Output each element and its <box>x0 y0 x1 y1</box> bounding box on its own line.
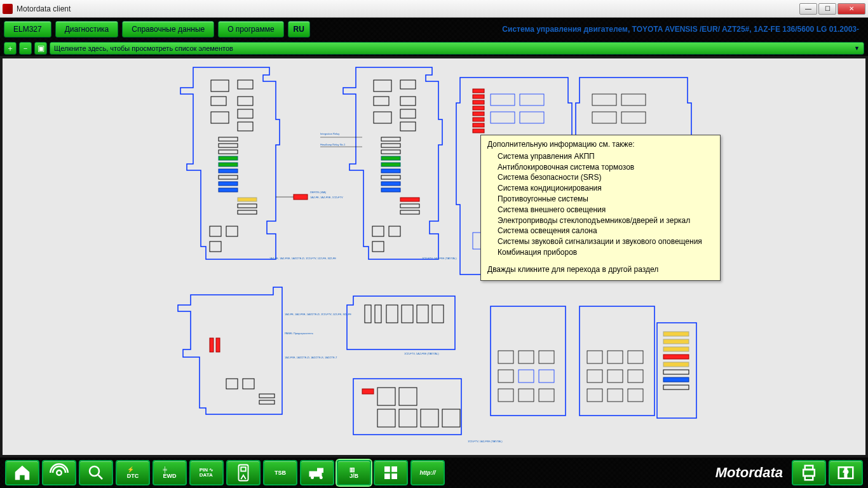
svg-rect-85 <box>243 379 254 389</box>
svg-rect-23 <box>294 194 308 200</box>
svg-rect-60 <box>473 123 484 127</box>
svg-rect-15 <box>219 188 238 192</box>
element-list-dropdown[interactable]: Щелкните здесь, чтобы просмотреть список… <box>50 42 864 55</box>
svg-point-133 <box>90 466 99 476</box>
svg-rect-129 <box>663 370 689 374</box>
svg-rect-65 <box>520 112 544 123</box>
svg-rect-16 <box>238 198 257 201</box>
svg-rect-73 <box>621 94 646 105</box>
about-button[interactable]: О программе <box>218 21 283 37</box>
svg-rect-0 <box>211 80 229 92</box>
svg-rect-17 <box>238 204 257 208</box>
maximize-button[interactable]: ☐ <box>818 3 836 15</box>
zoom-out-icon[interactable]: － <box>19 42 32 55</box>
svg-rect-119 <box>607 370 623 383</box>
svg-rect-10 <box>219 156 238 160</box>
svg-rect-38 <box>381 163 400 166</box>
svg-rect-28 <box>400 80 416 89</box>
svg-text:1AZ-FE, 1AZ-FSE, 1AZ/2ТЕ-D, 1C: 1AZ-FE, 1AZ-FSE, 1AZ/2ТЕ-D, 1CD-FTV, 1ZZ… <box>285 313 351 316</box>
svg-rect-13 <box>219 175 238 179</box>
tooltip-item[interactable]: Система внешнего освещения <box>498 205 714 215</box>
tooltip-item[interactable]: Система освещения салона <box>498 226 714 236</box>
fit-icon[interactable]: ▣ <box>34 42 47 55</box>
dtc-button[interactable]: ⚡DTC <box>116 460 150 485</box>
pindata-button[interactable]: PIN ∿DATA <box>189 460 224 485</box>
tooltip-item[interactable]: Система управления АКПП <box>498 151 714 162</box>
print-button[interactable] <box>792 460 826 485</box>
elm-button[interactable]: ELM327 <box>4 21 51 37</box>
tooltip-item[interactable]: Системы звуковой сигнализации и звуковог… <box>498 236 714 247</box>
ewd-button[interactable]: ╪EWD <box>153 460 187 485</box>
svg-rect-61 <box>473 129 484 133</box>
meter-button[interactable] <box>226 460 261 485</box>
svg-rect-44 <box>400 204 419 208</box>
svg-point-139 <box>320 476 323 479</box>
svg-rect-108 <box>539 351 554 363</box>
svg-rect-56 <box>473 100 484 104</box>
svg-rect-64 <box>491 112 515 123</box>
svg-rect-146 <box>805 476 813 480</box>
tooltip-item[interactable]: Комбинация приборов <box>498 247 714 258</box>
tooltip-item[interactable]: Система безопасности (SRS) <box>498 172 714 183</box>
jb-button[interactable]: ▥J/B <box>337 460 371 485</box>
svg-rect-39 <box>381 169 400 173</box>
svg-rect-94 <box>402 305 413 323</box>
svg-rect-9 <box>219 150 238 154</box>
help-button[interactable]: ? <box>829 460 863 485</box>
svg-rect-27 <box>374 80 391 92</box>
close-button[interactable]: ✕ <box>837 3 865 15</box>
svg-rect-58 <box>473 112 484 116</box>
context-text: Система управления двигателем, TOYOTA AV… <box>502 25 864 34</box>
svg-rect-135 <box>241 467 246 471</box>
http-button[interactable]: http:// <box>410 460 445 485</box>
svg-rect-125 <box>663 339 689 344</box>
diagnostics-button[interactable]: Диагностика <box>55 21 119 37</box>
svg-rect-142 <box>384 473 390 479</box>
diagram-canvas[interactable]: 1AZ-FE, 1AZ-FSE, 1AZ/2ТЕ-D, 1CD-FTV, 1ZZ… <box>0 56 868 458</box>
svg-rect-91 <box>365 305 371 323</box>
svg-rect-31 <box>400 109 416 118</box>
language-button[interactable]: RU <box>288 21 310 37</box>
svg-point-138 <box>311 476 314 479</box>
svg-text:Headlamp Relay No.1: Headlamp Relay No.1 <box>320 143 346 146</box>
signal-button[interactable] <box>42 460 76 485</box>
tooltip-item[interactable]: Противоугонные системы <box>498 194 714 205</box>
sub-toolbar: ＋ － ▣ Щелкните здесь, чтобы просмотреть … <box>0 41 868 56</box>
svg-rect-11 <box>219 163 238 166</box>
window-title: Motordata client <box>17 4 799 13</box>
svg-text:?: ? <box>843 469 848 478</box>
tooltip-item[interactable]: Система кондиционирования <box>498 183 714 194</box>
svg-rect-127 <box>663 355 689 359</box>
svg-rect-1 <box>238 80 253 89</box>
svg-rect-46 <box>372 226 384 236</box>
home-button[interactable] <box>5 460 39 485</box>
tsb-button[interactable]: TSB <box>263 460 297 485</box>
tooltip-item[interactable]: Антиблокировочная система тормозов <box>498 162 714 173</box>
svg-rect-48 <box>372 241 384 252</box>
svg-text:1CD-FTV, 1AZ-FSE (ПАТ/ГАL): 1CD-FTV, 1AZ-FSE (ПАТ/ГАL) <box>404 352 439 355</box>
app-icon <box>3 4 13 14</box>
tooltip-item[interactable]: Электроприводы стеклоподъемников/дверей … <box>498 215 714 226</box>
vehicle-button[interactable] <box>300 460 334 485</box>
svg-rect-4 <box>238 109 253 118</box>
svg-rect-98 <box>362 389 374 394</box>
svg-rect-143 <box>391 473 397 479</box>
svg-rect-37 <box>381 156 400 160</box>
svg-rect-124 <box>663 332 689 336</box>
svg-rect-47 <box>389 226 400 236</box>
reference-button[interactable]: Справочные данные <box>122 21 214 37</box>
info-tooltip[interactable]: Дополнительную информацию см. также: Сис… <box>480 135 721 281</box>
minimize-button[interactable]: — <box>799 3 817 15</box>
dropdown-hint: Щелкните здесь, чтобы просмотреть список… <box>54 44 233 52</box>
svg-rect-42 <box>381 188 400 192</box>
svg-rect-2 <box>211 97 226 105</box>
grid-button[interactable] <box>374 460 408 485</box>
svg-rect-123 <box>628 389 643 402</box>
zoom-in-icon[interactable]: ＋ <box>4 42 17 55</box>
svg-rect-128 <box>663 362 689 367</box>
svg-rect-19 <box>210 226 221 236</box>
svg-rect-75 <box>621 112 646 123</box>
svg-rect-92 <box>375 305 381 323</box>
search-button[interactable] <box>79 460 113 485</box>
svg-rect-3 <box>238 97 253 105</box>
